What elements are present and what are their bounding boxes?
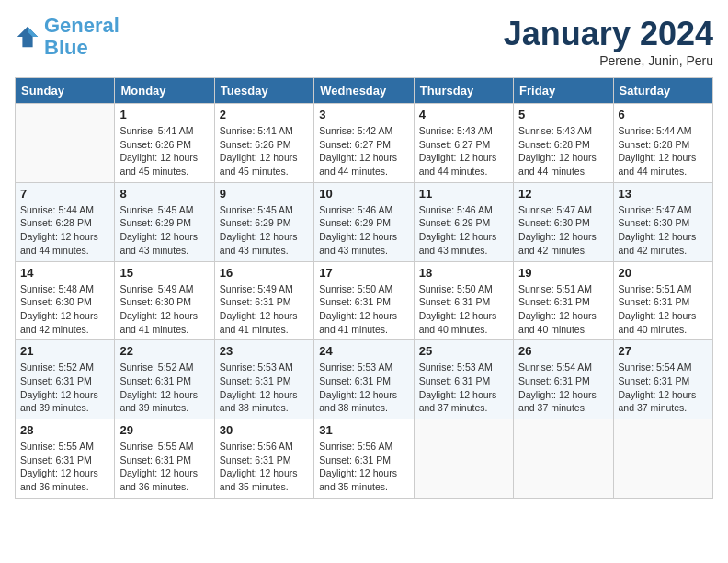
- day-info: Sunrise: 5:55 AMSunset: 6:31 PMDaylight:…: [20, 440, 109, 494]
- day-info: Sunrise: 5:56 AMSunset: 6:31 PMDaylight:…: [220, 440, 309, 494]
- day-number: 30: [220, 423, 309, 437]
- week-row-2: 7Sunrise: 5:44 AMSunset: 6:28 PMDaylight…: [16, 182, 713, 261]
- day-info: Sunrise: 5:54 AMSunset: 6:31 PMDaylight:…: [619, 361, 708, 415]
- day-number: 10: [319, 187, 408, 201]
- day-info: Sunrise: 5:46 AMSunset: 6:29 PMDaylight:…: [319, 203, 408, 258]
- logo: General Blue: [15, 15, 119, 59]
- calendar-cell: 9Sunrise: 5:45 AMSunset: 6:29 PMDaylight…: [214, 182, 313, 261]
- day-number: 15: [119, 266, 209, 280]
- day-info: Sunrise: 5:42 AMSunset: 6:27 PMDaylight:…: [319, 124, 408, 178]
- calendar-cell: 4Sunrise: 5:43 AMSunset: 6:27 PMDaylight…: [414, 104, 513, 183]
- calendar-cell: 27Sunrise: 5:54 AMSunset: 6:31 PMDayligh…: [613, 340, 712, 419]
- calendar-cell: 19Sunrise: 5:51 AMSunset: 6:31 PMDayligh…: [514, 261, 613, 340]
- calendar-cell: 16Sunrise: 5:49 AMSunset: 6:31 PMDayligh…: [214, 261, 313, 340]
- day-info: Sunrise: 5:56 AMSunset: 6:31 PMDaylight:…: [319, 440, 408, 494]
- column-header-wednesday: Wednesday: [314, 78, 414, 104]
- day-number: 8: [119, 187, 209, 201]
- calendar-cell: 10Sunrise: 5:46 AMSunset: 6:29 PMDayligh…: [314, 182, 414, 261]
- calendar-table: SundayMondayTuesdayWednesdayThursdayFrid…: [15, 77, 713, 499]
- calendar-cell: 15Sunrise: 5:49 AMSunset: 6:30 PMDayligh…: [115, 261, 214, 340]
- day-info: Sunrise: 5:53 AMSunset: 6:31 PMDaylight:…: [419, 361, 508, 415]
- day-info: Sunrise: 5:50 AMSunset: 6:31 PMDaylight:…: [419, 282, 508, 337]
- week-row-1: 1Sunrise: 5:41 AMSunset: 6:26 PMDaylight…: [16, 104, 713, 183]
- day-number: 12: [518, 187, 608, 201]
- month-title: January 2024: [504, 15, 713, 53]
- day-info: Sunrise: 5:41 AMSunset: 6:26 PMDaylight:…: [220, 124, 309, 178]
- calendar-cell: 21Sunrise: 5:52 AMSunset: 6:31 PMDayligh…: [16, 340, 115, 419]
- day-number: 5: [518, 108, 608, 121]
- day-info: Sunrise: 5:47 AMSunset: 6:30 PMDaylight:…: [518, 203, 608, 258]
- calendar-cell: 22Sunrise: 5:52 AMSunset: 6:31 PMDayligh…: [115, 340, 214, 419]
- day-info: Sunrise: 5:47 AMSunset: 6:30 PMDaylight:…: [619, 203, 708, 258]
- day-number: 27: [619, 344, 708, 358]
- day-number: 6: [619, 108, 708, 121]
- calendar-cell: 12Sunrise: 5:47 AMSunset: 6:30 PMDayligh…: [514, 182, 613, 261]
- logo-line1: General: [44, 14, 119, 37]
- logo-icon: [15, 24, 40, 50]
- calendar-cell: 13Sunrise: 5:47 AMSunset: 6:30 PMDayligh…: [613, 182, 712, 261]
- day-info: Sunrise: 5:45 AMSunset: 6:29 PMDaylight:…: [220, 203, 309, 258]
- column-header-monday: Monday: [115, 78, 214, 104]
- calendar-cell: [514, 419, 613, 499]
- calendar-cell: 5Sunrise: 5:43 AMSunset: 6:28 PMDaylight…: [514, 104, 613, 183]
- day-number: 14: [20, 266, 109, 280]
- calendar-cell: 20Sunrise: 5:51 AMSunset: 6:31 PMDayligh…: [613, 261, 712, 340]
- title-block: January 2024 Perene, Junin, Peru: [504, 15, 713, 68]
- calendar-cell: 25Sunrise: 5:53 AMSunset: 6:31 PMDayligh…: [414, 340, 513, 419]
- calendar-cell: 24Sunrise: 5:53 AMSunset: 6:31 PMDayligh…: [314, 340, 414, 419]
- column-header-saturday: Saturday: [613, 78, 712, 104]
- day-info: Sunrise: 5:48 AMSunset: 6:30 PMDaylight:…: [20, 282, 109, 337]
- day-number: 28: [20, 423, 109, 437]
- calendar-cell: 30Sunrise: 5:56 AMSunset: 6:31 PMDayligh…: [214, 419, 313, 499]
- day-info: Sunrise: 5:45 AMSunset: 6:29 PMDaylight:…: [119, 203, 209, 258]
- day-info: Sunrise: 5:53 AMSunset: 6:31 PMDaylight:…: [319, 361, 408, 415]
- day-number: 11: [419, 187, 508, 201]
- day-number: 17: [319, 266, 408, 280]
- day-number: 31: [319, 423, 408, 437]
- calendar-cell: 2Sunrise: 5:41 AMSunset: 6:26 PMDaylight…: [214, 104, 313, 183]
- week-row-5: 28Sunrise: 5:55 AMSunset: 6:31 PMDayligh…: [16, 419, 713, 499]
- day-info: Sunrise: 5:51 AMSunset: 6:31 PMDaylight:…: [619, 282, 708, 337]
- calendar-cell: 28Sunrise: 5:55 AMSunset: 6:31 PMDayligh…: [16, 419, 115, 499]
- week-row-4: 21Sunrise: 5:52 AMSunset: 6:31 PMDayligh…: [16, 340, 713, 419]
- calendar-cell: 6Sunrise: 5:44 AMSunset: 6:28 PMDaylight…: [613, 104, 712, 183]
- day-number: 24: [319, 344, 408, 358]
- calendar-cell: 1Sunrise: 5:41 AMSunset: 6:26 PMDaylight…: [115, 104, 214, 183]
- calendar-cell: 8Sunrise: 5:45 AMSunset: 6:29 PMDaylight…: [115, 182, 214, 261]
- day-number: 9: [220, 187, 309, 201]
- location-subtitle: Perene, Junin, Peru: [504, 53, 713, 68]
- day-info: Sunrise: 5:52 AMSunset: 6:31 PMDaylight:…: [119, 361, 209, 415]
- day-info: Sunrise: 5:55 AMSunset: 6:31 PMDaylight:…: [119, 440, 209, 494]
- calendar-cell: [16, 104, 115, 183]
- day-number: 1: [119, 108, 209, 121]
- page-header: General Blue January 2024 Perene, Junin,…: [15, 15, 713, 68]
- day-info: Sunrise: 5:52 AMSunset: 6:31 PMDaylight:…: [20, 361, 109, 415]
- day-info: Sunrise: 5:44 AMSunset: 6:28 PMDaylight:…: [20, 203, 109, 258]
- day-info: Sunrise: 5:54 AMSunset: 6:31 PMDaylight:…: [518, 361, 608, 415]
- day-number: 19: [518, 266, 608, 280]
- day-info: Sunrise: 5:49 AMSunset: 6:30 PMDaylight:…: [119, 282, 209, 337]
- day-number: 4: [419, 108, 508, 121]
- day-number: 16: [220, 266, 309, 280]
- calendar-cell: 3Sunrise: 5:42 AMSunset: 6:27 PMDaylight…: [314, 104, 414, 183]
- day-info: Sunrise: 5:41 AMSunset: 6:26 PMDaylight:…: [119, 124, 209, 178]
- column-header-thursday: Thursday: [414, 78, 513, 104]
- day-number: 18: [419, 266, 508, 280]
- day-number: 25: [419, 344, 508, 358]
- header-row: SundayMondayTuesdayWednesdayThursdayFrid…: [16, 78, 713, 104]
- calendar-cell: 18Sunrise: 5:50 AMSunset: 6:31 PMDayligh…: [414, 261, 513, 340]
- week-row-3: 14Sunrise: 5:48 AMSunset: 6:30 PMDayligh…: [16, 261, 713, 340]
- calendar-cell: 7Sunrise: 5:44 AMSunset: 6:28 PMDaylight…: [16, 182, 115, 261]
- logo-line2: Blue: [44, 36, 88, 59]
- day-number: 29: [119, 423, 209, 437]
- calendar-cell: 11Sunrise: 5:46 AMSunset: 6:29 PMDayligh…: [414, 182, 513, 261]
- day-info: Sunrise: 5:49 AMSunset: 6:31 PMDaylight:…: [220, 282, 309, 337]
- column-header-tuesday: Tuesday: [214, 78, 313, 104]
- day-info: Sunrise: 5:46 AMSunset: 6:29 PMDaylight:…: [419, 203, 508, 258]
- day-number: 7: [20, 187, 109, 201]
- day-info: Sunrise: 5:50 AMSunset: 6:31 PMDaylight:…: [319, 282, 408, 337]
- day-info: Sunrise: 5:43 AMSunset: 6:28 PMDaylight:…: [518, 124, 608, 178]
- day-info: Sunrise: 5:53 AMSunset: 6:31 PMDaylight:…: [220, 361, 309, 415]
- day-info: Sunrise: 5:43 AMSunset: 6:27 PMDaylight:…: [419, 124, 508, 178]
- calendar-cell: 29Sunrise: 5:55 AMSunset: 6:31 PMDayligh…: [115, 419, 214, 499]
